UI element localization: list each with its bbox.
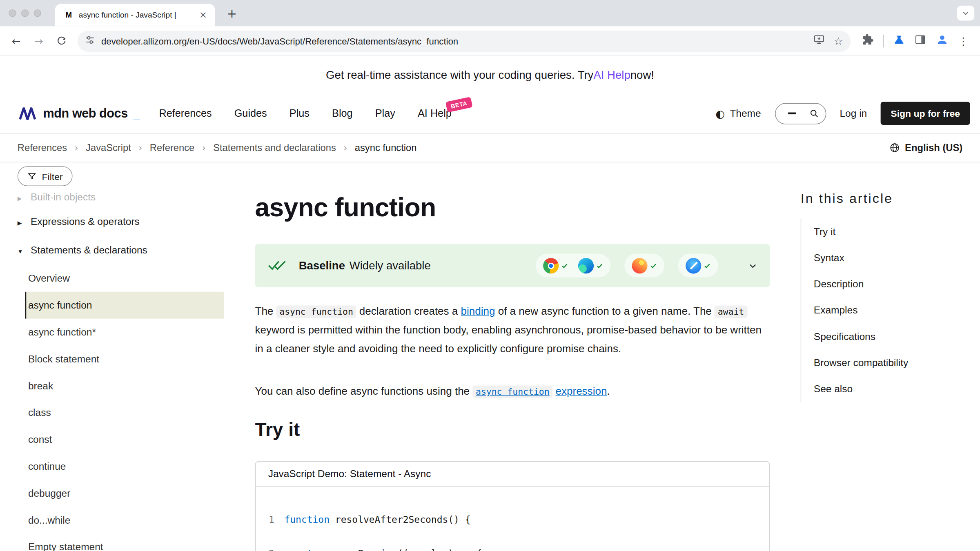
supported-check-icon (704, 262, 710, 269)
nav-ai-help-label: AI Help (418, 107, 452, 119)
filter-label: Filter (42, 171, 63, 182)
supported-check-icon (650, 262, 657, 269)
code-editor[interactable]: 1function resolveAfter2Seconds() { 2 ret… (256, 487, 769, 551)
sidebar-section-builtin-objects[interactable]: Built-in objects (18, 187, 224, 207)
side-panel-icon[interactable] (914, 34, 926, 48)
nav-blog[interactable]: Blog (332, 107, 353, 119)
tab-strip: M async function - JavaScript | (0, 0, 980, 26)
mdn-favicon-icon: M (64, 10, 74, 20)
search-icon[interactable] (809, 109, 818, 118)
install-app-icon[interactable] (813, 34, 825, 48)
address-bar[interactable]: developer.allizom.org/en-US/docs/Web/Jav… (78, 30, 851, 51)
nav-references[interactable]: References (159, 107, 212, 119)
login-link[interactable]: Log in (840, 108, 867, 119)
sidebar-item-async-function[interactable]: async function (25, 292, 224, 319)
sidebar-item-class[interactable]: class (25, 399, 224, 426)
expression-link[interactable]: expression (556, 385, 607, 397)
toc-item-syntax[interactable]: Syntax (801, 245, 971, 271)
async-function-expression-code-link[interactable]: async function (472, 385, 552, 398)
safari-support (686, 258, 710, 273)
inline-code-await: await (715, 305, 747, 318)
toc-item-examples[interactable]: Examples (801, 298, 971, 324)
intro-paragraph: The async function declaration creates a… (255, 302, 767, 359)
line-number: 2 (258, 548, 274, 551)
profile-avatar-icon[interactable] (935, 33, 949, 49)
close-window-button[interactable] (9, 9, 16, 17)
sidebar-item-debugger[interactable]: debugger (25, 480, 224, 507)
url-text[interactable]: developer.allizom.org/en-US/docs/Web/Jav… (101, 36, 807, 46)
main-nav: References Guides Plus Blog Play AI Help… (159, 107, 451, 119)
reload-button[interactable] (51, 31, 71, 51)
breadcrumb-references[interactable]: References (18, 142, 67, 153)
sidebar-item-continue[interactable]: continue (25, 453, 224, 480)
breadcrumb-separator-icon (202, 142, 206, 153)
toolbar-actions (857, 33, 973, 49)
sidebar-item-do-while[interactable]: do...while (25, 507, 224, 533)
firefox-support (632, 258, 657, 273)
sidebar-item-const[interactable]: const (25, 426, 224, 453)
forward-button[interactable] (29, 31, 49, 51)
back-button[interactable] (6, 31, 26, 51)
nav-play[interactable]: Play (375, 107, 395, 119)
nav-guides[interactable]: Guides (234, 107, 267, 119)
baseline-expand-chevron-icon[interactable] (748, 261, 757, 270)
nav-ai-help[interactable]: AI HelpBETA (418, 107, 452, 119)
sidebar: Filter Built-in objects Expressions & op… (18, 162, 224, 551)
toc-item-specifications[interactable]: Specifications (801, 324, 971, 350)
table-of-contents: In this article Try it Syntax Descriptio… (801, 162, 971, 402)
site-settings-icon[interactable] (85, 35, 95, 47)
new-tab-button[interactable] (224, 5, 240, 21)
baseline-status: Widely available (350, 259, 431, 272)
text: declaration creates a (356, 305, 461, 317)
sidebar-item-break[interactable]: break (25, 372, 224, 399)
toc-item-description[interactable]: Description (801, 271, 971, 297)
browser-menu-icon[interactable] (958, 35, 969, 47)
binding-link[interactable]: binding (461, 305, 495, 317)
toc-item-try-it[interactable]: Try it (801, 219, 971, 245)
filter-button[interactable]: Filter (18, 166, 73, 186)
code-line: 1function resolveAfter2Seconds() { (258, 514, 769, 526)
promo-text-before: Get real-time assistance with your codin… (326, 69, 593, 82)
breadcrumb-current[interactable]: async function (355, 142, 417, 153)
browser-tab[interactable]: M async function - JavaScript | (55, 4, 215, 26)
theme-toggle[interactable]: Theme (715, 107, 761, 120)
language-switcher[interactable]: English (US) (889, 142, 962, 153)
breadcrumb-separator-icon (138, 142, 142, 153)
theme-label: Theme (730, 108, 761, 119)
sidebar-item-empty-statement[interactable]: Empty statement (25, 533, 224, 551)
breadcrumb-reference[interactable]: Reference (150, 142, 194, 153)
minimize-window-button[interactable] (21, 9, 29, 17)
sidebar-item-block-statement[interactable]: Block statement (25, 345, 224, 372)
search-input[interactable] (775, 103, 826, 124)
mdn-logo[interactable]: mdn web docs_ (19, 106, 140, 120)
toc-item-see-also[interactable]: See also (801, 376, 971, 402)
sidebar-item-overview[interactable]: Overview (25, 265, 224, 292)
nav-plus[interactable]: Plus (290, 107, 310, 119)
bookmark-star-icon[interactable] (833, 35, 843, 47)
tab-title: async function - JavaScript | (79, 11, 193, 19)
page-body: Filter Built-in objects Expressions & op… (0, 162, 980, 551)
theme-contrast-icon (715, 107, 725, 120)
chrome-labs-beaker-icon[interactable] (893, 34, 905, 48)
ai-help-promo-link[interactable]: AI Help (593, 69, 630, 82)
sidebar-section-statements[interactable]: Statements & declarations (18, 236, 224, 265)
toc-item-browser-compatibility[interactable]: Browser compatibility (801, 350, 971, 376)
breadcrumb-javascript[interactable]: JavaScript (86, 142, 131, 153)
toc-list: Try it Syntax Description Examples Speci… (801, 219, 971, 402)
supported-check-icon (561, 262, 568, 269)
baseline-double-check-icon (267, 259, 289, 273)
signup-button[interactable]: Sign up for free (881, 102, 970, 125)
text: You can also define async functions usin… (255, 385, 472, 397)
sidebar-section-expressions[interactable]: Expressions & operators (18, 207, 224, 236)
chrome-icon (543, 258, 559, 273)
chrome-support (543, 258, 568, 273)
sidebar-item-async-function-star[interactable]: async function* (25, 319, 224, 346)
zoom-window-button[interactable] (34, 9, 41, 17)
supported-check-icon (596, 262, 603, 269)
tab-search-chevron-icon[interactable] (957, 6, 974, 21)
text: of a new async function to a given name.… (495, 305, 715, 317)
extensions-puzzle-icon[interactable] (862, 34, 874, 48)
breadcrumb-statements[interactable]: Statements and declarations (213, 142, 336, 153)
language-label: English (US) (905, 142, 962, 153)
tab-close-icon[interactable] (198, 9, 209, 21)
